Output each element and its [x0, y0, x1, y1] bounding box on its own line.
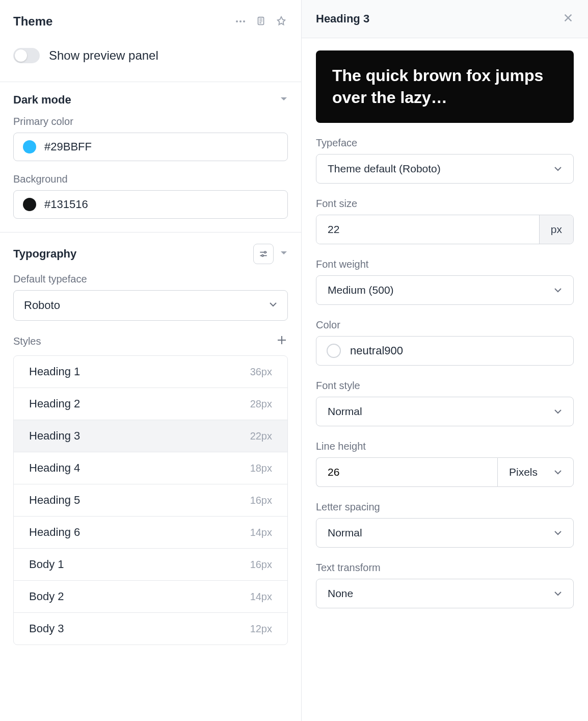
font-size-input-row: px [316, 215, 574, 244]
color-swatch [327, 344, 341, 358]
style-row-size: 28px [250, 398, 272, 410]
style-row-name: Heading 5 [29, 494, 80, 507]
letter-spacing-label: Letter spacing [316, 501, 574, 513]
theme-header: Theme [0, 0, 301, 43]
dark-mode-header[interactable]: Dark mode [13, 93, 288, 107]
copy-icon[interactable] [254, 15, 268, 28]
style-row-name: Heading 6 [29, 526, 80, 539]
default-typeface-value: Roboto [24, 299, 60, 312]
line-height-unit-value: Pixels [509, 466, 538, 478]
style-row-size: 14px [250, 591, 272, 603]
chevron-down-icon [554, 407, 562, 416]
style-row-name: Body 3 [29, 622, 64, 635]
style-row[interactable]: Heading 516px [14, 484, 287, 517]
more-icon[interactable] [234, 15, 247, 28]
primary-color-value: #29BBFF [44, 140, 92, 153]
background-color-input[interactable]: #131516 [13, 190, 288, 219]
style-row-size: 36px [250, 366, 272, 378]
typeface-select[interactable]: Theme default (Roboto) [316, 154, 574, 184]
background-color-value: #131516 [44, 198, 88, 211]
chevron-down-icon [554, 165, 562, 173]
typography-chevron-icon[interactable] [280, 249, 288, 259]
typography-title: Typography [13, 247, 76, 261]
text-transform-value: None [328, 587, 353, 600]
primary-color-swatch [23, 140, 36, 153]
add-style-button[interactable] [276, 334, 288, 348]
theme-title: Theme [13, 14, 52, 29]
text-transform-select[interactable]: None [316, 579, 574, 608]
style-row[interactable]: Body 214px [14, 581, 287, 613]
sliders-icon[interactable] [253, 244, 274, 264]
typeface-label: Typeface [316, 137, 574, 149]
style-row-name: Body 2 [29, 590, 64, 603]
line-height-unit-select[interactable]: Pixels [497, 457, 574, 487]
background-color-swatch [23, 198, 36, 211]
chevron-down-icon [280, 95, 288, 105]
style-row-name: Heading 2 [29, 397, 80, 410]
line-height-row: Pixels [316, 457, 574, 487]
preview-toggle[interactable] [13, 48, 40, 63]
theme-panel: Theme Show preview panel Dark mode Prima… [0, 0, 302, 721]
color-select[interactable]: neutral900 [316, 336, 574, 366]
style-detail-panel: Heading 3 The quick brown fox jumps over… [302, 0, 588, 721]
chevron-down-icon [554, 529, 562, 537]
letter-spacing-value: Normal [328, 527, 362, 539]
letter-spacing-select[interactable]: Normal [316, 518, 574, 548]
dark-mode-section: Dark mode Primary color #29BBFF Backgrou… [0, 82, 301, 232]
style-row[interactable]: Body 312px [14, 613, 287, 645]
font-weight-label: Font weight [316, 259, 574, 270]
font-size-unit: px [539, 215, 573, 244]
style-row[interactable]: Heading 322px [14, 420, 287, 452]
font-size-label: Font size [316, 198, 574, 210]
style-row[interactable]: Heading 418px [14, 452, 287, 484]
detail-title: Heading 3 [316, 12, 369, 25]
theme-header-actions [234, 15, 288, 28]
chevron-down-icon [269, 300, 277, 311]
style-row[interactable]: Heading 136px [14, 356, 287, 388]
line-height-label: Line height [316, 441, 574, 452]
text-preview: The quick brown fox jumps over the lazy… [316, 50, 574, 123]
typography-header: Typography [0, 233, 301, 273]
dark-mode-title: Dark mode [13, 93, 71, 107]
style-row[interactable]: Heading 228px [14, 388, 287, 420]
style-row-name: Heading 3 [29, 429, 80, 443]
detail-header: Heading 3 [302, 0, 588, 38]
svg-point-1 [264, 251, 266, 253]
close-icon[interactable] [563, 12, 574, 25]
preview-toggle-row: Show preview panel [0, 43, 301, 82]
style-row-size: 16px [250, 559, 272, 571]
default-typeface-label: Default typeface [13, 273, 288, 285]
style-row-name: Body 1 [29, 558, 64, 571]
font-size-input[interactable] [316, 215, 539, 244]
style-row-size: 16px [250, 495, 272, 506]
svg-point-2 [262, 255, 263, 256]
style-row[interactable]: Body 116px [14, 549, 287, 581]
primary-color-input[interactable]: #29BBFF [13, 133, 288, 161]
font-style-select[interactable]: Normal [316, 397, 574, 426]
font-style-label: Font style [316, 380, 574, 392]
pin-icon[interactable] [275, 15, 288, 28]
font-weight-select[interactable]: Medium (500) [316, 275, 574, 305]
color-label: Color [316, 319, 574, 331]
style-row-size: 14px [250, 527, 272, 538]
text-transform-label: Text transform [316, 562, 574, 574]
style-row-name: Heading 1 [29, 365, 80, 378]
primary-color-label: Primary color [13, 116, 288, 127]
chevron-down-icon [554, 286, 562, 294]
font-weight-value: Medium (500) [328, 284, 394, 296]
default-typeface-select[interactable]: Roboto [13, 290, 288, 321]
style-row-size: 18px [250, 462, 272, 474]
line-height-input[interactable] [316, 457, 497, 487]
styles-header: Styles [0, 334, 301, 355]
styles-list: Heading 136pxHeading 228pxHeading 322pxH… [13, 355, 288, 645]
font-style-value: Normal [328, 405, 362, 418]
style-row-size: 12px [250, 623, 272, 635]
chevron-down-icon [554, 468, 562, 476]
preview-toggle-label: Show preview panel [49, 48, 158, 63]
styles-label: Styles [13, 336, 41, 347]
color-value: neutral900 [350, 344, 403, 357]
style-row[interactable]: Heading 614px [14, 517, 287, 549]
background-color-label: Background [13, 173, 288, 185]
typeface-value: Theme default (Roboto) [328, 163, 441, 175]
style-row-name: Heading 4 [29, 461, 80, 475]
